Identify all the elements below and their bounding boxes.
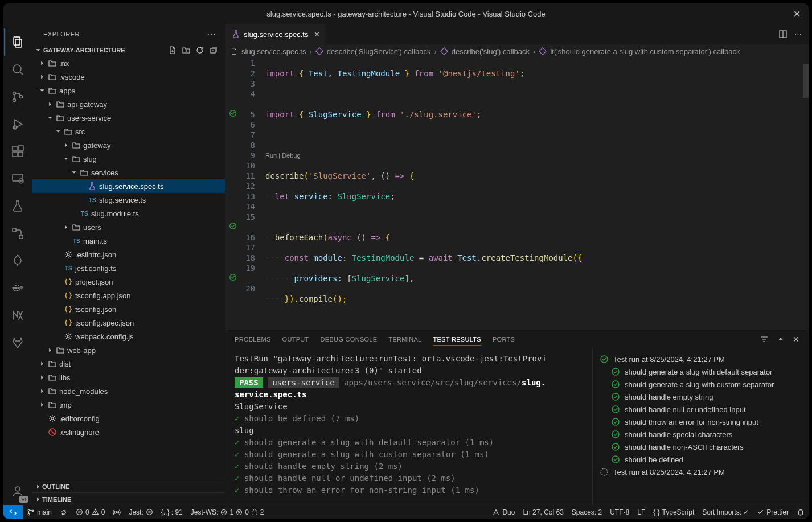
tree-file[interactable]: tsconfig.app.json (32, 289, 225, 302)
tree-folder[interactable]: web-app (32, 343, 225, 357)
close-tab-icon[interactable]: ✕ (314, 30, 320, 39)
sync-button[interactable] (56, 505, 72, 519)
tree-file[interactable]: tsconfig.spec.json (32, 316, 225, 330)
language-status[interactable]: { } TypeScript (649, 505, 698, 519)
minimap[interactable] (803, 58, 809, 330)
more-actions-icon[interactable]: ⋯ (794, 30, 802, 39)
indentation-status[interactable]: Spaces: 2 (568, 505, 606, 519)
tree-folder[interactable]: .vscode (32, 70, 225, 84)
cursor-position[interactable]: Ln 27, Col 63 (519, 505, 567, 519)
sort-imports-status[interactable]: Sort Imports: ✓ (698, 505, 753, 519)
codelens-run-debug[interactable]: Run | Debug (265, 150, 803, 161)
test-result-row[interactable]: should be defined (597, 453, 804, 466)
account-icon[interactable]: VI (4, 478, 31, 505)
tree-folder[interactable]: tmp (32, 398, 225, 412)
remote-explorer-icon[interactable] (4, 165, 31, 192)
remote-button[interactable] (3, 505, 23, 519)
terminal-output[interactable]: TestRun "gateway-architecture:runTest: o… (225, 348, 592, 505)
close-icon[interactable]: ✕ (793, 9, 801, 19)
tab-terminal[interactable]: TERMINAL (388, 334, 421, 345)
tree-folder[interactable]: users-service (32, 111, 225, 125)
test-pass-gutter-icon[interactable] (229, 222, 237, 230)
tree-folder[interactable]: slug (32, 152, 225, 166)
filter-icon[interactable] (760, 335, 769, 344)
tree-file[interactable]: project.json (32, 275, 225, 289)
tree-folder[interactable]: node_modules (32, 384, 225, 398)
outline-section[interactable]: OUTLINE (32, 480, 225, 492)
tree-file[interactable]: TSjest.config.ts (32, 261, 225, 275)
test-result-row[interactable]: should handle non-ASCII characters (597, 441, 804, 453)
tree-file[interactable]: slug.service.spec.ts (32, 179, 225, 193)
tree-folder[interactable]: apps (32, 84, 225, 97)
test-run-row[interactable]: Test run at 8/25/2024, 4:21:27 PM (597, 466, 804, 478)
new-folder-icon[interactable] (182, 46, 191, 55)
tab-ports[interactable]: PORTS (493, 334, 515, 345)
tree-file[interactable]: .eslintignore (32, 425, 225, 439)
chevron-up-icon[interactable] (777, 335, 785, 344)
broadcast-status[interactable] (109, 505, 125, 519)
source-control-icon[interactable] (4, 83, 31, 110)
run-debug-icon[interactable] (4, 110, 31, 138)
tab-test-results[interactable]: TEST RESULTS (433, 334, 481, 346)
collapse-all-icon[interactable] (209, 46, 218, 55)
tree-file[interactable]: TSmain.ts (32, 234, 225, 248)
tree-folder[interactable]: src (32, 125, 225, 138)
git-branch[interactable]: main (23, 505, 56, 519)
test-pass-gutter-icon[interactable] (229, 109, 237, 117)
eol-status[interactable]: LF (633, 505, 649, 519)
tree-folder[interactable]: dist (32, 357, 225, 371)
tree-folder[interactable]: api-gateway (32, 97, 225, 111)
tree-file[interactable]: .eslintrc.json (32, 248, 225, 261)
gitlab-icon[interactable] (4, 329, 31, 356)
close-panel-icon[interactable]: ✕ (793, 335, 799, 344)
search-icon[interactable] (4, 56, 31, 83)
encoding-status[interactable]: UTF-8 (606, 505, 633, 519)
project-header[interactable]: GATEWAY-ARCHITECTURE (32, 44, 225, 56)
testing-icon[interactable] (4, 192, 31, 220)
test-result-row[interactable]: should generate a slug with default sepa… (597, 365, 804, 378)
tree-file[interactable]: .editorconfig (32, 412, 225, 425)
timeline-section[interactable]: TIMELINE (32, 492, 225, 505)
tree-folder[interactable]: gateway (32, 138, 225, 152)
test-result-row[interactable]: should handle null or undefined input (597, 403, 804, 416)
jest-ws-status[interactable]: Jest-WS: 1 0 2 (187, 505, 268, 519)
tab-slug-spec[interactable]: slug.service.spec.ts ✕ (225, 24, 326, 44)
prettier-status[interactable]: Prettier (753, 505, 793, 519)
more-icon[interactable]: ⋯ (207, 28, 216, 39)
tree-icon[interactable] (4, 247, 31, 274)
test-result-row[interactable]: should handle special characters (597, 428, 804, 441)
tree-file[interactable]: TSslug.module.ts (32, 207, 225, 220)
split-editor-icon[interactable] (778, 30, 788, 39)
test-result-row[interactable]: should generate a slug with custom separ… (597, 378, 804, 391)
docker-icon[interactable] (4, 274, 31, 302)
test-result-row[interactable]: should handle empty string (597, 391, 804, 403)
duo-status[interactable]: Duo (488, 505, 519, 519)
test-pass-gutter-icon[interactable] (229, 273, 237, 281)
tree-folder[interactable]: libs (32, 371, 225, 384)
explorer-icon[interactable] (4, 28, 31, 56)
tab-debug-console[interactable]: DEBUG CONSOLE (321, 334, 378, 345)
graph-icon[interactable] (4, 220, 31, 247)
tree-file[interactable]: TSslug.service.ts (32, 193, 225, 207)
jest-status[interactable]: Jest: (125, 505, 157, 519)
extensions-icon[interactable] (4, 138, 31, 165)
test-run-row[interactable]: Test run at 8/25/2024, 4:21:27 PM (597, 353, 804, 365)
problems-status[interactable]: 0 0 (72, 505, 109, 519)
refresh-icon[interactable] (195, 46, 204, 55)
tab-problems[interactable]: PROBLEMS (235, 334, 271, 345)
tree-folder[interactable]: .nx (32, 56, 225, 70)
test-results-tree[interactable]: Test run at 8/25/2024, 4:21:27 PM should… (592, 348, 809, 505)
tree-folder[interactable]: users (32, 220, 225, 234)
new-file-icon[interactable] (168, 46, 177, 55)
tree-file[interactable]: webpack.config.js (32, 330, 225, 343)
editor[interactable]: 1234 56789101112131415 16171819 20 impor… (225, 58, 809, 330)
tree-folder[interactable]: services (32, 166, 225, 179)
tree-file[interactable]: tsconfig.json (32, 302, 225, 316)
breadcrumb[interactable]: slug.service.spec.ts › describe('SlugSer… (225, 44, 809, 58)
tab-output[interactable]: OUTPUT (282, 334, 309, 345)
file-tree[interactable]: .nx.vscodeappsapi-gatewayusers-servicesr… (32, 56, 225, 480)
braces-status[interactable]: {..} : 91 (157, 505, 187, 519)
bell-icon[interactable] (793, 505, 809, 519)
nx-icon[interactable] (4, 302, 31, 329)
test-result-row[interactable]: should throw an error for non-string inp… (597, 416, 804, 428)
